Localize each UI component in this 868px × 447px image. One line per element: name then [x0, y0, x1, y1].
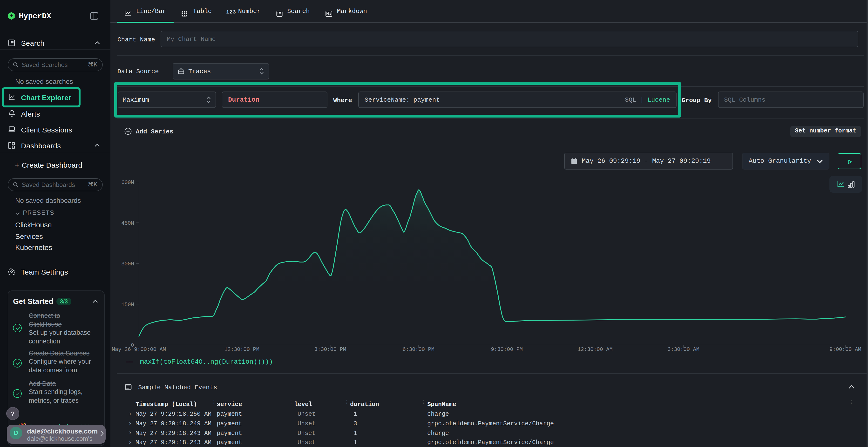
svg-text:6:30:00 PM: 6:30:00 PM	[403, 347, 434, 353]
svg-text:3:30:00 AM: 3:30:00 AM	[668, 347, 700, 353]
svg-text:12:30:00 PM: 12:30:00 PM	[224, 347, 259, 353]
svg-text:600M: 600M	[121, 180, 134, 186]
svg-text:150M: 150M	[121, 302, 134, 308]
svg-text:9:30:00 PM: 9:30:00 PM	[491, 347, 523, 353]
svg-text:450M: 450M	[121, 220, 134, 227]
svg-text:3:30:00 PM: 3:30:00 PM	[314, 347, 346, 353]
svg-text:300M: 300M	[121, 261, 134, 267]
svg-text:12:30:00 AM: 12:30:00 AM	[578, 347, 613, 353]
svg-text:9:00:00 AM: 9:00:00 AM	[830, 347, 861, 353]
svg-text:May 26 9:00:00 AM: May 26 9:00:00 AM	[112, 347, 166, 353]
